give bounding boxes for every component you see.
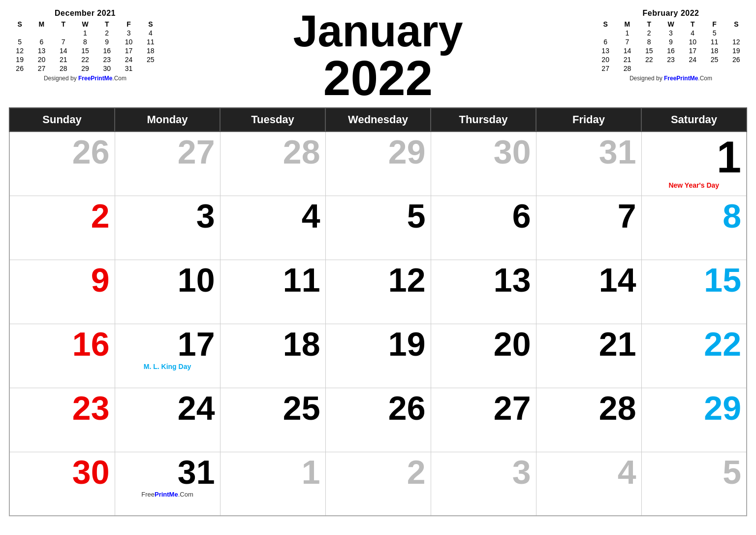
calendar-cell: 28: [220, 132, 325, 196]
main-calendar-title: January 2022: [161, 9, 595, 102]
prev-cal-title: December 2021: [9, 9, 161, 18]
day-number: 20: [436, 327, 531, 361]
mini-cal-day: [638, 64, 660, 73]
calendar-cell: 27: [115, 132, 220, 196]
day-number: 27: [120, 135, 215, 168]
calendar-cell: 19: [325, 324, 431, 388]
mini-cal-day: 2: [638, 29, 660, 37]
mini-cal-day: 11: [703, 37, 725, 46]
day-number: 17: [120, 327, 215, 361]
mini-cal-day: 17: [682, 46, 703, 55]
day-number: 28: [541, 391, 636, 425]
mini-cal-day: 9: [96, 37, 118, 46]
calendar-cell: 2: [9, 196, 115, 260]
day-number: 27: [436, 391, 531, 425]
day-number: 30: [436, 135, 531, 168]
prev-mini-calendar: December 2021 SMTWTFS 123456789101112131…: [9, 9, 161, 82]
mini-cal-day: [9, 29, 31, 37]
day-number: 1: [225, 455, 320, 489]
day-number: 3: [120, 199, 215, 233]
calendar-cell: 3: [115, 196, 220, 260]
mini-cal-day: 23: [96, 55, 118, 64]
mini-cal-day: 6: [595, 37, 616, 46]
mini-cal-day: 13: [31, 46, 52, 55]
mini-cal-day: 14: [53, 46, 74, 55]
mini-cal-day: 1: [74, 29, 96, 37]
mini-cal-day: 12: [9, 46, 31, 55]
mini-cal-day: 26: [725, 55, 747, 64]
day-number: 5: [647, 455, 742, 489]
calendar-cell: 10: [115, 260, 220, 324]
calendar-cell: 7: [536, 196, 641, 260]
calendar-cell: 14: [536, 260, 641, 324]
mini-col-header: F: [118, 20, 139, 29]
mini-col-header: T: [96, 20, 118, 29]
calendar-cell: 8: [641, 196, 747, 260]
weekday-header: Friday: [536, 108, 641, 132]
mini-cal-day: 10: [682, 37, 703, 46]
mini-cal-day: 7: [53, 37, 74, 46]
mini-cal-day: 18: [703, 46, 725, 55]
mini-col-header: S: [140, 20, 161, 29]
mini-cal-day: 28: [616, 64, 638, 73]
calendar-cell: 26: [325, 388, 431, 452]
calendar-cell: 6: [431, 196, 536, 260]
main-calendar: SundayMondayTuesdayWednesdayThursdayFrid…: [9, 107, 747, 516]
day-number: 15: [647, 263, 742, 297]
calendar-cell: 2: [325, 452, 431, 516]
calendar-cell: 12: [325, 260, 431, 324]
calendar-cell: 23: [9, 388, 115, 452]
day-number: 25: [225, 391, 320, 425]
mini-col-header: T: [53, 20, 74, 29]
calendar-cell: 4: [220, 196, 325, 260]
day-number: 26: [15, 135, 110, 168]
mini-col-header: S: [9, 20, 31, 29]
mini-cal-day: [31, 29, 52, 37]
calendar-cell: 16: [9, 324, 115, 388]
mini-cal-day: 7: [616, 37, 638, 46]
calendar-cell: 1New Year's Day: [641, 132, 747, 196]
calendar-cell: 28: [536, 388, 641, 452]
day-number: 6: [436, 199, 531, 233]
mini-cal-day: 19: [725, 46, 747, 55]
mini-cal-day: [53, 29, 74, 37]
main-month: January: [161, 9, 595, 53]
calendar-cell: 5: [641, 452, 747, 516]
mini-cal-day: 12: [725, 37, 747, 46]
mini-cal-day: 14: [616, 46, 638, 55]
mini-col-header: T: [638, 20, 660, 29]
mini-cal-day: 16: [660, 46, 682, 55]
holiday-label: New Year's Day: [647, 181, 742, 189]
day-number: 23: [15, 391, 110, 425]
mini-col-header: W: [74, 20, 96, 29]
calendar-cell: 13: [431, 260, 536, 324]
calendar-cell: 29: [325, 132, 431, 196]
calendar-cell: 3: [431, 452, 536, 516]
calendar-cell: 30: [431, 132, 536, 196]
calendar-cell: 4: [536, 452, 641, 516]
mini-cal-day: 19: [9, 55, 31, 64]
mini-cal-day: 16: [96, 46, 118, 55]
calendar-cell: 18: [220, 324, 325, 388]
mini-cal-day: 4: [682, 29, 703, 37]
day-number: 16: [15, 327, 110, 361]
day-number: 18: [225, 327, 320, 361]
mini-cal-day: 30: [96, 64, 118, 73]
day-number: 13: [436, 263, 531, 297]
holiday-label: M. L. King Day: [120, 363, 215, 370]
day-number: 29: [331, 135, 426, 168]
calendar-cell: 9: [9, 260, 115, 324]
day-number: 9: [15, 263, 110, 297]
mini-col-header: T: [682, 20, 703, 29]
day-number: 11: [225, 263, 320, 297]
mini-cal-day: [682, 64, 703, 73]
day-number: 2: [15, 199, 110, 233]
mini-cal-day: 25: [703, 55, 725, 64]
calendar-cell: 31FreePrintMe.Com: [115, 452, 220, 516]
calendar-cell: 29: [641, 388, 747, 452]
next-mini-calendar: February 2022 SMTWTFS 123456789101112131…: [595, 9, 747, 82]
mini-cal-day: 22: [638, 55, 660, 64]
mini-cal-day: [140, 64, 161, 73]
day-number: 31: [541, 135, 636, 168]
mini-cal-day: 5: [703, 29, 725, 37]
